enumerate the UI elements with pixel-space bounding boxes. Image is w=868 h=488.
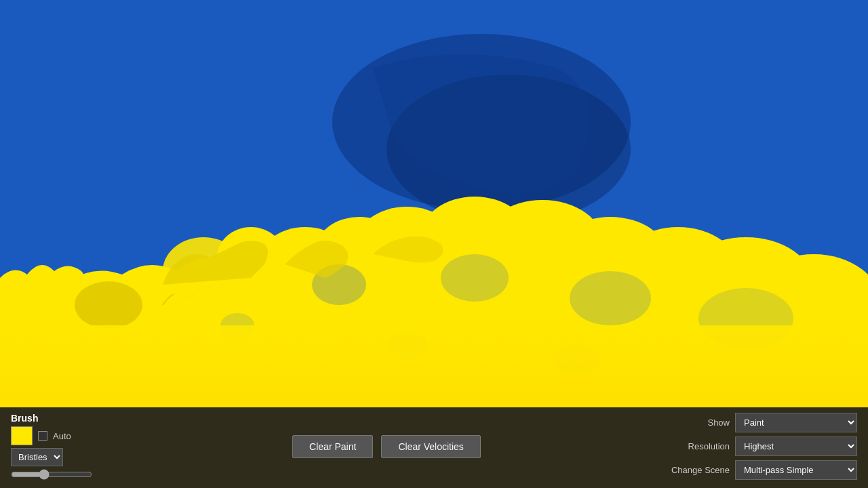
bottom-panel: Brush Auto Bristles Round Flat Marker Cl… [0,407,868,488]
change-scene-select[interactable]: Multi-pass Simple Single-pass Multi-pass… [735,460,857,480]
svg-point-18 [75,281,142,329]
change-scene-label: Change Scene [662,465,730,475]
resolution-select[interactable]: Lowest Low Medium High Highest [735,436,857,456]
brush-section: Brush Auto Bristles Round Flat Marker [11,413,146,480]
brush-secondary-swatch[interactable] [38,431,47,441]
right-controls: Show Paint Velocity Pressure Resolution … [627,413,857,480]
brush-type-select[interactable]: Bristles Round Flat Marker [11,448,63,466]
brush-size-slider[interactable] [11,469,92,480]
show-select[interactable]: Paint Velocity Pressure [735,413,857,432]
svg-point-15 [441,254,509,302]
resolution-row: Resolution Lowest Low Medium High Highes… [627,436,857,456]
clear-paint-button[interactable]: Clear Paint [292,435,373,458]
brush-color-swatch[interactable] [11,426,33,445]
change-scene-row: Change Scene Multi-pass Simple Single-pa… [627,460,857,480]
center-buttons: Clear Paint Clear Velocities [146,435,627,458]
resolution-label: Resolution [662,441,730,451]
clear-velocities-button[interactable]: Clear Velocities [381,435,481,458]
brush-label: Brush [11,413,146,424]
auto-label: Auto [53,431,71,441]
svg-point-16 [570,271,651,325]
show-label: Show [662,418,730,428]
show-row: Show Paint Velocity Pressure [627,413,857,432]
